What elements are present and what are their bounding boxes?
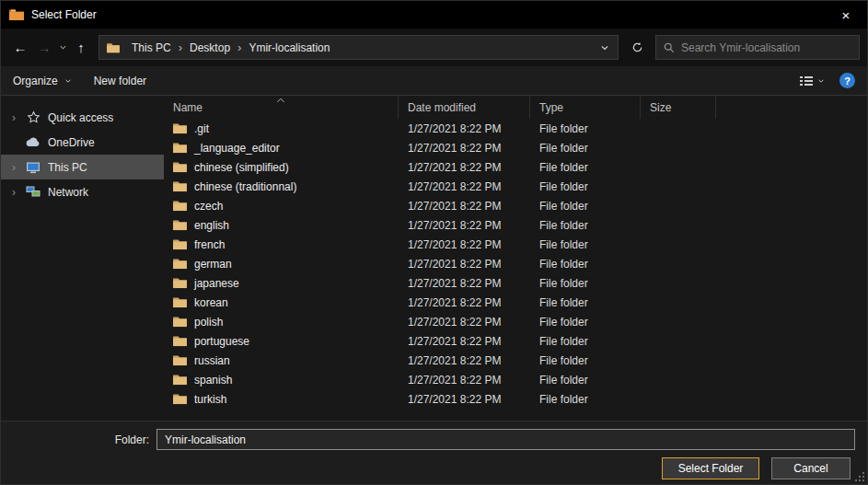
help-button[interactable]: ? xyxy=(839,73,855,88)
file-list-body: .git 1/27/2021 8:22 PM File folder _lang… xyxy=(164,119,867,421)
row-type: File folder xyxy=(530,277,641,290)
folder-icon xyxy=(173,200,187,212)
row-date: 1/27/2021 8:22 PM xyxy=(399,219,530,232)
quick-access-star-icon xyxy=(25,110,41,124)
navigation-pane: › Quick access › OneDrive › xyxy=(1,96,164,421)
table-row[interactable]: english 1/27/2021 8:22 PM File folder xyxy=(164,215,867,235)
search-box xyxy=(655,35,860,60)
command-toolbar: Organize New folder ? xyxy=(1,66,867,96)
dialog-footer: Folder: Select Folder Cancel xyxy=(1,421,867,484)
sidebar-item-this-pc[interactable]: › This PC xyxy=(1,155,164,179)
expand-chevron-icon[interactable]: › xyxy=(9,161,18,174)
title-bar: Select Folder × xyxy=(1,1,867,29)
row-type: File folder xyxy=(530,354,641,367)
row-name: french xyxy=(194,238,225,251)
folder-field-label: Folder: xyxy=(13,433,149,446)
column-header-name[interactable]: Name xyxy=(164,96,399,119)
row-name: czech xyxy=(194,200,223,213)
cancel-button[interactable]: Cancel xyxy=(771,457,851,479)
address-dropdown-icon[interactable] xyxy=(594,43,616,52)
details-view-icon xyxy=(800,75,813,87)
row-date: 1/27/2021 8:22 PM xyxy=(399,180,530,193)
expand-chevron-icon[interactable]: › xyxy=(9,186,18,199)
search-icon xyxy=(664,42,675,53)
network-icon xyxy=(25,186,41,198)
row-date: 1/27/2021 8:22 PM xyxy=(399,296,530,309)
folder-icon xyxy=(173,335,187,347)
row-type: File folder xyxy=(530,200,641,213)
folder-icon xyxy=(173,393,187,405)
table-row[interactable]: german 1/27/2021 8:22 PM File folder xyxy=(164,254,867,273)
column-header-size[interactable]: Size xyxy=(641,96,716,119)
folder-icon xyxy=(173,122,187,134)
onedrive-cloud-icon xyxy=(25,137,41,147)
new-folder-button[interactable]: New folder xyxy=(94,75,146,87)
breadcrumb-ymir-localisation[interactable]: Ymir-localisation xyxy=(242,36,336,59)
table-row[interactable]: chinese (simplified) 1/27/2021 8:22 PM F… xyxy=(164,157,867,177)
expand-chevron-icon[interactable]: › xyxy=(9,111,18,124)
row-date: 1/27/2021 8:22 PM xyxy=(399,335,530,348)
table-row[interactable]: portuguese 1/27/2021 8:22 PM File folder xyxy=(164,331,867,351)
row-type: File folder xyxy=(530,161,641,174)
row-name: .git xyxy=(194,122,209,135)
table-row[interactable]: spanish 1/27/2021 8:22 PM File folder xyxy=(164,370,867,389)
sidebar-item-onedrive[interactable]: › OneDrive xyxy=(1,130,164,155)
close-button[interactable]: × xyxy=(825,1,867,29)
row-date: 1/27/2021 8:22 PM xyxy=(399,200,530,213)
table-row[interactable]: chinese (traditionnal) 1/27/2021 8:22 PM… xyxy=(164,177,867,196)
sidebar-item-quick-access[interactable]: › Quick access xyxy=(1,105,164,130)
row-type: File folder xyxy=(530,122,641,135)
row-date: 1/27/2021 8:22 PM xyxy=(399,316,530,329)
row-type: File folder xyxy=(530,393,641,406)
row-type: File folder xyxy=(530,296,641,309)
row-date: 1/27/2021 8:22 PM xyxy=(399,142,530,155)
row-name: japanese xyxy=(194,277,239,290)
resize-grip[interactable] xyxy=(855,472,865,482)
breadcrumb-this-pc[interactable]: This PC xyxy=(125,36,178,59)
table-row[interactable]: czech 1/27/2021 8:22 PM File folder xyxy=(164,196,867,215)
organize-button-label: Organize xyxy=(13,75,58,87)
row-type: File folder xyxy=(530,238,641,251)
new-folder-button-label: New folder xyxy=(94,75,146,87)
row-type: File folder xyxy=(530,316,641,329)
address-bar[interactable]: This PC › Desktop › Ymir-localisation xyxy=(98,35,619,60)
row-date: 1/27/2021 8:22 PM xyxy=(399,238,530,251)
table-row[interactable]: .git 1/27/2021 8:22 PM File folder xyxy=(164,119,867,138)
row-name: turkish xyxy=(194,393,226,406)
organize-button[interactable]: Organize xyxy=(13,75,72,87)
row-date: 1/27/2021 8:22 PM xyxy=(399,393,530,406)
row-type: File folder xyxy=(530,180,641,193)
table-row[interactable]: korean 1/27/2021 8:22 PM File folder xyxy=(164,293,867,312)
row-type: File folder xyxy=(530,374,641,387)
change-view-button[interactable] xyxy=(800,75,825,87)
folder-name-input[interactable] xyxy=(156,429,855,450)
sidebar-item-network[interactable]: › Network xyxy=(1,179,164,204)
row-type: File folder xyxy=(530,219,641,232)
row-date: 1/27/2021 8:22 PM xyxy=(399,354,530,367)
refresh-button[interactable] xyxy=(624,35,650,60)
table-row[interactable]: turkish 1/27/2021 8:22 PM File folder xyxy=(164,389,867,409)
history-dropdown-icon[interactable] xyxy=(56,36,69,60)
breadcrumb-desktop[interactable]: Desktop xyxy=(183,36,237,59)
column-header-date-label: Date modified xyxy=(408,101,476,114)
search-input[interactable] xyxy=(681,41,851,54)
table-row[interactable]: french 1/27/2021 8:22 PM File folder xyxy=(164,235,867,254)
address-folder-icon xyxy=(101,42,125,53)
column-header-type-label: Type xyxy=(539,101,563,114)
column-header-date-modified[interactable]: Date modified xyxy=(399,96,530,119)
folder-icon xyxy=(173,219,187,231)
table-row[interactable]: polish 1/27/2021 8:22 PM File folder xyxy=(164,312,867,331)
up-button[interactable]: ↑ xyxy=(69,36,93,60)
table-row[interactable]: _language_editor 1/27/2021 8:22 PM File … xyxy=(164,138,867,157)
back-button[interactable]: ← xyxy=(8,36,32,60)
table-row[interactable]: russian 1/27/2021 8:22 PM File folder xyxy=(164,351,867,370)
column-header-type[interactable]: Type xyxy=(530,96,641,119)
row-name: chinese (traditionnal) xyxy=(194,180,296,193)
row-name: russian xyxy=(194,354,230,367)
row-name: korean xyxy=(194,296,228,309)
select-folder-button[interactable]: Select Folder xyxy=(662,457,759,479)
folder-icon xyxy=(173,142,187,154)
row-name: polish xyxy=(194,316,223,329)
forward-button[interactable]: → xyxy=(32,36,56,60)
table-row[interactable]: japanese 1/27/2021 8:22 PM File folder xyxy=(164,273,867,293)
